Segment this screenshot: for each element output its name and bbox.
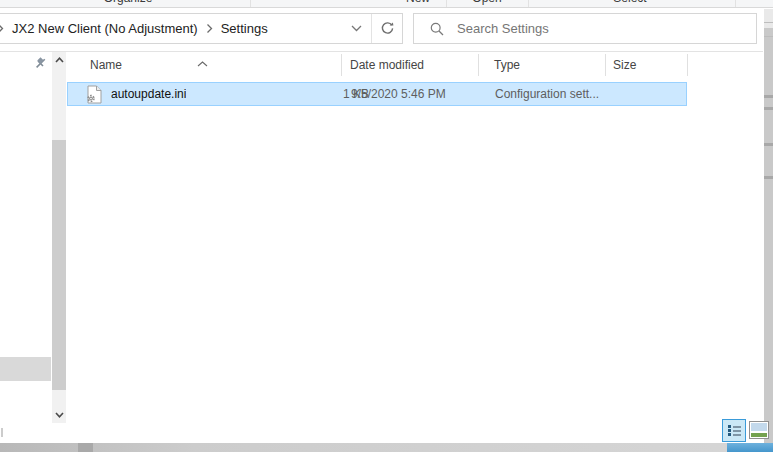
thumbnail-view-icon <box>751 423 767 437</box>
column-separator[interactable] <box>341 54 342 76</box>
column-header-type[interactable]: Type <box>494 52 520 78</box>
strip-line <box>764 36 773 37</box>
column-separator[interactable] <box>605 54 606 76</box>
chevron-down-icon <box>55 412 64 418</box>
refresh-button[interactable] <box>372 14 402 43</box>
address-dropdown-button[interactable] <box>341 14 371 43</box>
ribbon-group-organize: Organize <box>104 0 153 5</box>
chevron-up-icon <box>55 57 64 63</box>
breadcrumb-segment-settings[interactable]: Settings <box>215 21 274 36</box>
ribbon-group-select: Select <box>613 0 646 5</box>
nav-pane-scrollbar[interactable] <box>52 52 66 423</box>
navigation-pane <box>0 52 67 443</box>
file-name: autoupdate.ini <box>111 87 186 101</box>
toolbar: JX2 New Client (No Adjustment) Settings <box>0 9 773 51</box>
chevron-down-icon <box>351 25 362 32</box>
bottom-edge-strip <box>0 443 773 452</box>
right-edge-scrollbar[interactable] <box>764 9 773 443</box>
ini-file-icon <box>86 85 103 108</box>
ribbon-group-divider <box>446 0 447 8</box>
explorer-window: Organize New Open Select JX2 New Client … <box>0 0 773 452</box>
thumbnail-view-button[interactable] <box>749 421 769 439</box>
file-size: 1 KB <box>269 87 369 101</box>
breadcrumb-chevron-icon <box>204 23 215 34</box>
search-input[interactable] <box>457 21 707 36</box>
file-row-selected[interactable]: autoupdate.ini 9/5/2020 5:46 PM Configur… <box>67 82 687 106</box>
strip-dash <box>764 176 773 179</box>
strip-dash <box>764 107 773 110</box>
details-view-button[interactable] <box>722 419 746 442</box>
ribbon-group-divider <box>735 0 736 8</box>
scroll-up-button[interactable] <box>52 52 66 68</box>
breadcrumb-segment-folder[interactable]: JX2 New Client (No Adjustment) <box>6 21 204 36</box>
file-list: Name Date modified Type Size autoupdate.… <box>67 52 763 443</box>
address-bar[interactable]: JX2 New Client (No Adjustment) Settings <box>0 13 403 44</box>
ribbon-group-open: Open <box>472 0 501 5</box>
file-type: Configuration sett... <box>495 87 599 101</box>
strip-dash <box>764 95 773 98</box>
column-separator[interactable] <box>478 54 479 76</box>
nav-pane-inactive-selection[interactable] <box>0 357 51 381</box>
ribbon-strip: Organize New Open Select <box>0 0 773 8</box>
ribbon-group-divider <box>250 0 251 8</box>
scroll-down-button[interactable] <box>52 407 66 423</box>
search-box[interactable] <box>413 13 757 44</box>
column-header-name[interactable]: Name <box>90 52 122 78</box>
refresh-icon <box>380 21 395 36</box>
ribbon-group-divider <box>528 0 529 8</box>
search-icon <box>430 22 444 36</box>
sort-ascending-icon <box>197 53 208 71</box>
status-bar-mark <box>1 428 3 437</box>
column-header-date-modified[interactable]: Date modified <box>350 52 424 78</box>
column-separator[interactable] <box>687 54 688 76</box>
pin-icon[interactable] <box>33 56 48 75</box>
scrollbar-track-top <box>764 9 773 28</box>
strip-dash <box>764 143 773 146</box>
scrollbar-thumb[interactable] <box>52 140 66 390</box>
ribbon-group-new: New <box>406 0 430 5</box>
bottom-dark-segment <box>78 443 93 452</box>
strip-line <box>764 22 773 23</box>
column-header-size[interactable]: Size <box>613 52 636 78</box>
bottom-blue-segment <box>727 443 773 452</box>
details-view-icon <box>728 424 741 437</box>
